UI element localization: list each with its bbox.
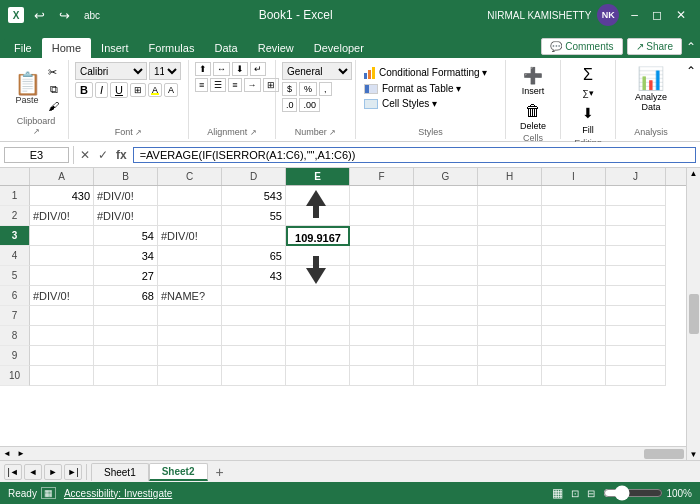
col-header-C[interactable]: C [158, 168, 222, 185]
vertical-scroll-thumb[interactable] [689, 294, 699, 334]
scroll-left-arrow[interactable]: ◄ [0, 447, 14, 461]
row-number[interactable]: 2 [0, 206, 30, 226]
cell-H1[interactable] [478, 186, 542, 206]
cell-G4[interactable] [414, 246, 478, 266]
grid-scroll-area[interactable]: 1430#DIV/0!5432#DIV/0!#DIV/0!55354#DIV/0… [0, 186, 686, 446]
row-number[interactable]: 1 [0, 186, 30, 206]
align-left-button[interactable]: ≡ [195, 78, 208, 92]
fill-button[interactable]: ⬇ Fill [578, 103, 598, 138]
cell-F3[interactable] [350, 226, 414, 246]
row-number[interactable]: 6 [0, 286, 30, 306]
cell-E2[interactable] [286, 206, 350, 226]
tab-insert[interactable]: Insert [91, 38, 139, 58]
cell-G6[interactable] [414, 286, 478, 306]
close-button[interactable]: ✕ [670, 6, 692, 24]
tab-home[interactable]: Home [42, 38, 91, 58]
cell-J7[interactable] [606, 306, 666, 326]
cell-H8[interactable] [478, 326, 542, 346]
indent-button[interactable]: → [244, 78, 261, 92]
cell-D5[interactable]: 43 [222, 266, 286, 286]
cancel-formula-button[interactable]: ✕ [78, 148, 92, 162]
scroll-right-arrow-2[interactable]: ► [14, 447, 28, 461]
cell-H3[interactable] [478, 226, 542, 246]
row-number[interactable]: 3 [0, 226, 30, 246]
cell-B4[interactable]: 34 [94, 246, 158, 266]
insert-cells-button[interactable]: ➕ Insert [518, 64, 549, 98]
col-header-I[interactable]: I [542, 168, 606, 185]
cell-I10[interactable] [542, 366, 606, 386]
row-number[interactable]: 7 [0, 306, 30, 326]
cell-H9[interactable] [478, 346, 542, 366]
row-number[interactable]: 8 [0, 326, 30, 346]
cell-C4[interactable] [158, 246, 222, 266]
cell-B2[interactable]: #DIV/0! [94, 206, 158, 226]
cell-B5[interactable]: 27 [94, 266, 158, 286]
col-header-A[interactable]: A [30, 168, 94, 185]
cell-G1[interactable] [414, 186, 478, 206]
restore-button[interactable]: ◻ [646, 6, 668, 24]
font-color-button[interactable]: A [164, 83, 178, 97]
cell-H2[interactable] [478, 206, 542, 226]
ribbon-expand-button[interactable]: ⌃ [686, 64, 696, 78]
italic-button[interactable]: I [95, 82, 108, 98]
cell-H7[interactable] [478, 306, 542, 326]
cut-button[interactable]: ✂ [46, 65, 61, 80]
normal-view-button[interactable]: ▦ [552, 486, 563, 500]
autosave-button[interactable]: abc [80, 8, 104, 23]
comma-button[interactable]: , [319, 82, 332, 96]
number-format-select[interactable]: General [282, 62, 352, 80]
cell-D3[interactable] [222, 226, 286, 246]
page-break-button[interactable]: ⊟ [587, 488, 595, 499]
cell-I4[interactable] [542, 246, 606, 266]
formula-input[interactable]: =AVERAGE(IF(ISERROR(A1:C6),"",A1:C6)) [133, 147, 696, 163]
cell-E6[interactable] [286, 286, 350, 306]
cell-I6[interactable] [542, 286, 606, 306]
align-top-button[interactable]: ⬆ [195, 62, 211, 76]
increase-decimal-button[interactable]: .0 [282, 98, 298, 112]
cell-J4[interactable] [606, 246, 666, 266]
align-center-button[interactable]: ☰ [210, 78, 226, 92]
col-header-G[interactable]: G [414, 168, 478, 185]
cell-J10[interactable] [606, 366, 666, 386]
cell-J3[interactable] [606, 226, 666, 246]
cell-F5[interactable] [350, 266, 414, 286]
cell-I8[interactable] [542, 326, 606, 346]
cell-G7[interactable] [414, 306, 478, 326]
align-middle-button[interactable]: ↔ [213, 62, 230, 76]
cell-B10[interactable] [94, 366, 158, 386]
enter-formula-button[interactable]: ✓ [96, 148, 110, 162]
align-right-button[interactable]: ≡ [228, 78, 241, 92]
col-header-F[interactable]: F [350, 168, 414, 185]
sheet-prev-button[interactable]: ◄ [24, 464, 42, 480]
paste-button[interactable]: 📋 Paste [12, 62, 42, 116]
cell-J6[interactable] [606, 286, 666, 306]
cell-B9[interactable] [94, 346, 158, 366]
cell-I7[interactable] [542, 306, 606, 326]
cell-D1[interactable]: 543 [222, 186, 286, 206]
accessibility-label[interactable]: Accessibility: Investigate [64, 488, 172, 499]
cell-G5[interactable] [414, 266, 478, 286]
align-bottom-button[interactable]: ⬇ [232, 62, 248, 76]
cell-I2[interactable] [542, 206, 606, 226]
cell-D10[interactable] [222, 366, 286, 386]
cell-G2[interactable] [414, 206, 478, 226]
undo-button[interactable]: ↩ [30, 6, 49, 25]
cell-B6[interactable]: 68 [94, 286, 158, 306]
cell-F6[interactable] [350, 286, 414, 306]
cell-H10[interactable] [478, 366, 542, 386]
cell-A1[interactable]: 430 [30, 186, 94, 206]
cell-C2[interactable] [158, 206, 222, 226]
cell-A5[interactable] [30, 266, 94, 286]
col-header-H[interactable]: H [478, 168, 542, 185]
share-button[interactable]: ↗ Share [627, 38, 682, 55]
percent-button[interactable]: % [299, 82, 317, 96]
cell-C7[interactable] [158, 306, 222, 326]
cell-J9[interactable] [606, 346, 666, 366]
cell-C10[interactable] [158, 366, 222, 386]
cell-J2[interactable] [606, 206, 666, 226]
cell-A3[interactable] [30, 226, 94, 246]
sheet-first-button[interactable]: |◄ [4, 464, 22, 480]
minimize-button[interactable]: – [625, 6, 644, 24]
cell-D7[interactable] [222, 306, 286, 326]
tab-data[interactable]: Data [204, 38, 247, 58]
